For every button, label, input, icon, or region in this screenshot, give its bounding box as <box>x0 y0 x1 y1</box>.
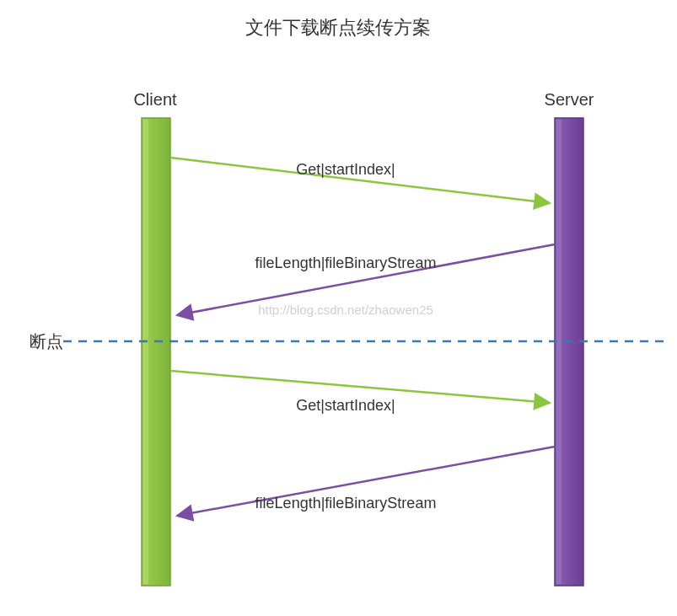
server-label: Server <box>545 90 594 109</box>
watermark: http://blog.csdn.net/zhaowen25 <box>258 303 433 317</box>
breakpoint-label: 断点 <box>30 332 63 351</box>
msg-get-1: Get|startIndex| <box>296 161 395 178</box>
sequence-diagram: 文件下载断点续传方案 Client Server 断点 Get|startInd… <box>0 0 677 616</box>
client-label: Client <box>133 90 177 109</box>
server-lifeline-highlight <box>556 120 561 584</box>
msg-get-2: Get|startIndex| <box>296 397 395 414</box>
msg-resp-1: fileLength|fileBinaryStream <box>255 254 437 271</box>
diagram-title: 文件下载断点续传方案 <box>245 17 431 38</box>
msg-resp-2: fileLength|fileBinaryStream <box>255 495 437 512</box>
client-lifeline-highlight <box>143 120 148 584</box>
